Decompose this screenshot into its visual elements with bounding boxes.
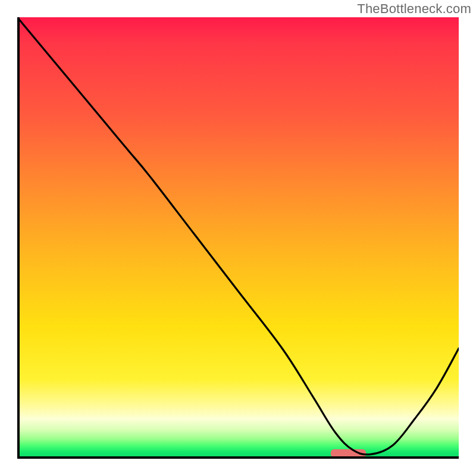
plot-area xyxy=(17,17,459,459)
curve-layer xyxy=(17,17,459,459)
bottleneck-curve xyxy=(17,17,459,455)
chart-container: TheBottleneck.com xyxy=(0,0,476,476)
watermark-text: TheBottleneck.com xyxy=(357,1,471,17)
